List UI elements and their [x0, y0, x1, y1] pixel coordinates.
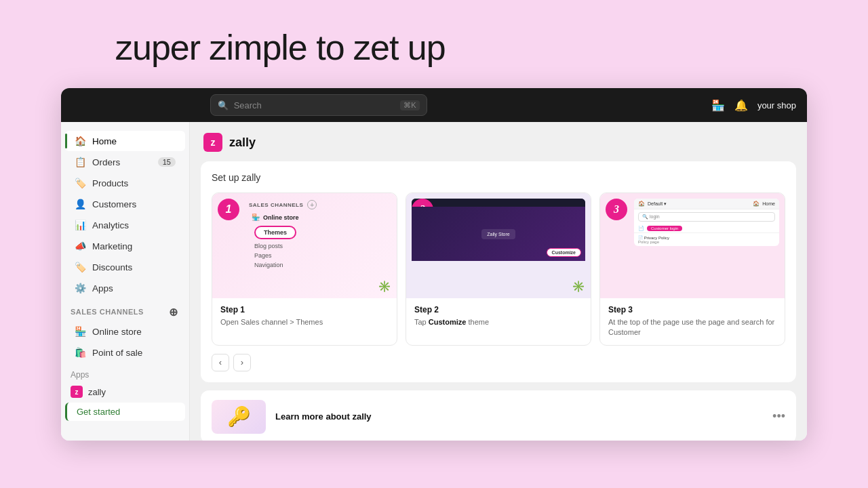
pagination: ‹ ›: [212, 354, 785, 371]
search-shortcut: ⌘K: [400, 100, 419, 110]
mini-home-2-icon: 🏠: [753, 201, 760, 207]
learn-card: 🔑 Learn more about zally •••: [201, 390, 796, 441]
sidebar-item-products[interactable]: 🏷️ Products: [65, 173, 185, 193]
orders-icon: 📋: [75, 157, 85, 167]
step-card-1: 1 SALES CHANNELS + 🏪 Online store: [212, 192, 397, 346]
app-container: 🔍 Search ⌘K 🏪 🔔 your shop 🏠 Home 📋 Order…: [61, 88, 807, 441]
get-started-item[interactable]: Get started: [65, 403, 185, 421]
store-icon[interactable]: 🏪: [711, 99, 725, 112]
customize-btn-mini: Customize: [547, 248, 581, 257]
zally-icon: z: [71, 386, 83, 398]
step3-number: 3: [606, 199, 627, 220]
sidebar-home-label: Home: [92, 136, 117, 146]
step3-preview: 3 🏠 Default ▾ 🏠 Home 🔍 login: [600, 193, 785, 298]
search-icon: 🔍: [218, 100, 229, 110]
mini-store-preview: Zally Store: [481, 229, 515, 239]
shop-name[interactable]: your shop: [757, 100, 796, 110]
mini-store-icon: 🏪: [252, 214, 260, 221]
mini-pages: Pages: [249, 251, 390, 260]
mini-privacy-row: 📄 Privacy Policy Policy page: [634, 232, 779, 246]
sidebar-item-zally[interactable]: z zally: [61, 382, 189, 401]
customer-login-highlight: Customer login: [647, 226, 682, 231]
mini-browser-bar: [412, 199, 585, 207]
mini-browser-content: Zally Store Customize: [412, 207, 585, 261]
sidebar-item-online-store[interactable]: 🏪 Online store: [65, 321, 185, 342]
sidebar-item-home[interactable]: 🏠 Home: [65, 131, 185, 151]
setup-card: Set up zally 1 SALES CHANNELS +: [201, 161, 796, 382]
mini-shopify-ui: 🏠 Default ▾ 🏠 Home 🔍 login 📄 Customer lo: [634, 199, 779, 246]
prev-button[interactable]: ‹: [212, 354, 229, 371]
step2-preview: 2 Zally Store Customize: [406, 193, 591, 298]
store-header: z zally: [201, 133, 796, 152]
products-icon: 🏷️: [75, 178, 85, 188]
step1-spark-icon: ✳️: [378, 280, 391, 293]
sidebar: 🏠 Home 📋 Orders 15 🏷️ Products 👤 Custome…: [61, 122, 190, 441]
search-bar[interactable]: 🔍 Search ⌘K: [210, 94, 427, 116]
sidebar-item-analytics[interactable]: 📊 Analytics: [65, 215, 185, 235]
sidebar-products-label: Products: [92, 178, 128, 188]
step2-spark-icon: ✳️: [572, 280, 585, 293]
sidebar-item-customers[interactable]: 👤 Customers: [65, 194, 185, 214]
mini-navigation: Navigation: [249, 260, 390, 270]
sidebar-pos-label: Point of sale: [92, 348, 142, 358]
mini-page-icon: 📄: [638, 226, 644, 231]
marketing-icon: 📣: [75, 241, 85, 251]
online-store-icon: 🏪: [75, 326, 85, 337]
mini-result-row: 📄 Customer login: [634, 224, 779, 232]
content-area: z zally Set up zally 1 SALES CHANNELS: [190, 122, 807, 441]
step2-info: Step 2 Tap Customize theme: [406, 298, 591, 334]
sidebar-apps-label: Apps: [92, 283, 113, 293]
sidebar-item-discounts[interactable]: 🏷️ Discounts: [65, 257, 185, 277]
next-button[interactable]: ›: [233, 354, 251, 371]
hero-title: zuper zimple to zet up: [115, 27, 868, 68]
setup-title: Set up zally: [212, 172, 785, 183]
analytics-icon: 📊: [75, 220, 85, 230]
home-icon: 🏠: [75, 136, 85, 146]
step1-info: Step 1 Open Sales channel > Themes: [212, 298, 397, 334]
mini-ui-topbar: 🏠 Default ▾ 🏠 Home: [634, 199, 779, 209]
point-of-sale-icon: 🛍️: [75, 347, 85, 358]
mini-online-store: 🏪 Online store: [249, 214, 390, 221]
sidebar-item-apps[interactable]: ⚙️ Apps: [65, 278, 185, 298]
step3-info: Step 3 At the top of the page use the pa…: [600, 298, 785, 345]
sidebar-discounts-label: Discounts: [92, 262, 132, 272]
privacy-policy-text: 📄 Privacy Policy: [638, 235, 775, 240]
get-started-label: Get started: [77, 407, 120, 417]
add-sales-channel-button[interactable]: ⊕: [167, 306, 180, 318]
sidebar-item-orders[interactable]: 📋 Orders 15: [65, 152, 185, 172]
orders-badge: 15: [158, 157, 176, 167]
step1-number: 1: [218, 199, 239, 220]
topbar: 🔍 Search ⌘K 🏪 🔔 your shop: [61, 88, 807, 122]
hero-section: zuper zimple to zet up: [0, 0, 868, 88]
main-layout: 🏠 Home 📋 Orders 15 🏷️ Products 👤 Custome…: [61, 122, 807, 441]
store-logo: z: [203, 133, 222, 152]
store-name: zally: [229, 136, 256, 150]
step2-desc: Tap Customize theme: [414, 317, 583, 327]
sidebar-customers-label: Customers: [92, 199, 136, 209]
sidebar-item-marketing[interactable]: 📣 Marketing: [65, 236, 185, 256]
step-card-2: 2 Zally Store Customize: [406, 192, 591, 346]
mini-blog-posts: Blog posts: [249, 241, 390, 251]
step3-label: Step 3: [608, 305, 776, 314]
sidebar-item-point-of-sale[interactable]: 🛍️ Point of sale: [65, 342, 185, 363]
mini-sales-header: SALES CHANNELS +: [249, 200, 390, 209]
mini-browser: Zally Store Customize: [412, 199, 585, 261]
discounts-icon: 🏷️: [75, 262, 85, 272]
sidebar-analytics-label: Analytics: [92, 220, 129, 230]
mini-home-icon: 🏠: [638, 201, 645, 207]
mini-home-text: Home: [762, 201, 775, 206]
sidebar-orders-label: Orders: [92, 157, 120, 167]
policy-page-text: Policy page: [638, 240, 775, 244]
sidebar-marketing-label: Marketing: [92, 241, 132, 251]
customers-icon: 👤: [75, 199, 85, 209]
apps-section-label: Apps: [61, 363, 189, 382]
zally-name: zally: [88, 387, 106, 397]
step3-desc: At the top of the page use the page and …: [608, 317, 776, 338]
bell-icon[interactable]: 🔔: [734, 99, 748, 112]
topbar-right: 🏪 🔔 your shop: [711, 99, 796, 112]
mini-online-store-label: Online store: [263, 214, 299, 221]
sales-channels-label: SALES CHANNELS: [71, 308, 144, 316]
step-card-3: 3 🏠 Default ▾ 🏠 Home 🔍 login: [599, 192, 785, 346]
search-placeholder: Search: [234, 100, 262, 110]
learn-more-menu-button[interactable]: •••: [772, 409, 785, 424]
